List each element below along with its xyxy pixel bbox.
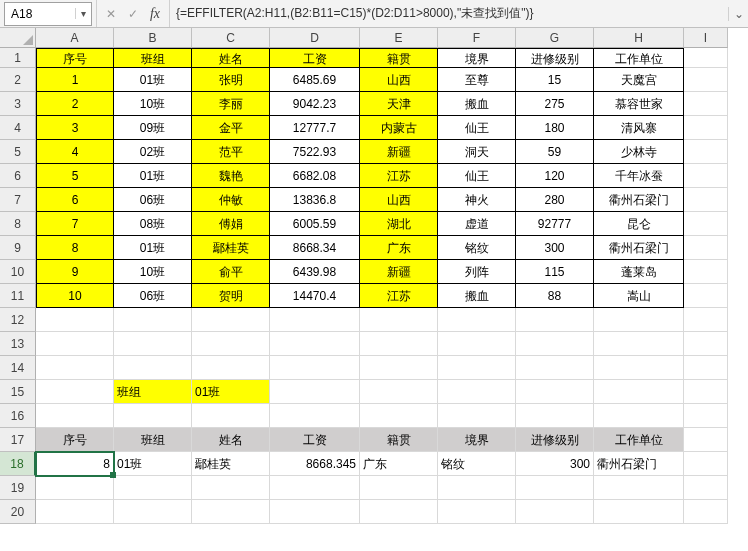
cell[interactable] xyxy=(594,308,684,332)
cell[interactable] xyxy=(114,356,192,380)
column-header[interactable]: H xyxy=(594,28,684,48)
cell[interactable] xyxy=(36,308,114,332)
cell[interactable]: 09班 xyxy=(114,116,192,140)
column-header[interactable]: F xyxy=(438,28,516,48)
cell[interactable]: 92777 xyxy=(516,212,594,236)
name-box-input[interactable] xyxy=(5,5,75,23)
cell[interactable] xyxy=(684,188,728,212)
cell[interactable]: 序号 xyxy=(36,48,114,68)
cell[interactable]: 天津 xyxy=(360,92,438,116)
row-header[interactable]: 4 xyxy=(0,116,36,140)
cell[interactable]: 姓名 xyxy=(192,48,270,68)
cell[interactable] xyxy=(684,308,728,332)
cell[interactable]: 工作单位 xyxy=(594,428,684,452)
cell[interactable] xyxy=(438,308,516,332)
cell[interactable]: 鄢桂英 xyxy=(192,452,270,476)
row-header[interactable]: 12 xyxy=(0,308,36,332)
cell[interactable]: 6 xyxy=(36,188,114,212)
formula-expand-icon[interactable]: ⌄ xyxy=(728,7,748,21)
cell[interactable]: 慕容世家 xyxy=(594,92,684,116)
cell[interactable] xyxy=(684,68,728,92)
cell[interactable] xyxy=(594,404,684,428)
cell[interactable]: 3 xyxy=(36,116,114,140)
cell[interactable] xyxy=(438,332,516,356)
row-header[interactable]: 11 xyxy=(0,284,36,308)
cell[interactable]: 6485.69 xyxy=(270,68,360,92)
cell[interactable]: 天魔宫 xyxy=(594,68,684,92)
cell[interactable]: 魏艳 xyxy=(192,164,270,188)
cell[interactable]: 10 xyxy=(36,284,114,308)
row-header[interactable]: 2 xyxy=(0,68,36,92)
cell[interactable]: 山西 xyxy=(360,188,438,212)
row-header[interactable]: 10 xyxy=(0,260,36,284)
cell[interactable] xyxy=(360,500,438,524)
cell[interactable]: 10班 xyxy=(114,92,192,116)
cell[interactable] xyxy=(192,404,270,428)
cell[interactable] xyxy=(360,380,438,404)
cell[interactable]: 衢州石梁门 xyxy=(594,236,684,260)
cell[interactable]: 59 xyxy=(516,140,594,164)
cell[interactable]: 工资 xyxy=(270,48,360,68)
cell[interactable]: 班组 xyxy=(114,428,192,452)
row-header[interactable]: 19 xyxy=(0,476,36,500)
cell[interactable]: 搬血 xyxy=(438,284,516,308)
cell[interactable] xyxy=(684,92,728,116)
cell[interactable]: 2 xyxy=(36,92,114,116)
cell[interactable]: 6439.98 xyxy=(270,260,360,284)
cell[interactable]: 千年冰蚕 xyxy=(594,164,684,188)
cell[interactable]: 8 xyxy=(36,236,114,260)
cell[interactable]: 蓬莱岛 xyxy=(594,260,684,284)
cell[interactable]: 120 xyxy=(516,164,594,188)
row-header[interactable]: 18 xyxy=(0,452,36,476)
cell[interactable] xyxy=(684,380,728,404)
row-header[interactable]: 17 xyxy=(0,428,36,452)
cell[interactable]: 8668.34 xyxy=(270,236,360,260)
cell[interactable]: 少林寺 xyxy=(594,140,684,164)
cell[interactable]: 01班 xyxy=(114,236,192,260)
column-header[interactable]: C xyxy=(192,28,270,48)
cell[interactable] xyxy=(360,476,438,500)
cell[interactable]: 02班 xyxy=(114,140,192,164)
fx-icon[interactable]: fx xyxy=(145,6,165,22)
cell[interactable]: 01班 xyxy=(114,452,192,476)
cell[interactable]: 衢州石梁门 xyxy=(594,188,684,212)
cell[interactable] xyxy=(684,428,728,452)
cell[interactable]: 傅娟 xyxy=(192,212,270,236)
cell[interactable] xyxy=(594,500,684,524)
cell[interactable] xyxy=(360,356,438,380)
cell[interactable] xyxy=(438,380,516,404)
cell[interactable]: 铭纹 xyxy=(438,452,516,476)
cell[interactable]: 300 xyxy=(516,452,594,476)
cell[interactable] xyxy=(684,260,728,284)
cell[interactable]: 湖北 xyxy=(360,212,438,236)
cell[interactable] xyxy=(516,308,594,332)
cell[interactable]: 06班 xyxy=(114,188,192,212)
cell[interactable] xyxy=(36,500,114,524)
cell[interactable]: 280 xyxy=(516,188,594,212)
cell[interactable]: 内蒙古 xyxy=(360,116,438,140)
cell[interactable]: 铭纹 xyxy=(438,236,516,260)
row-header[interactable]: 9 xyxy=(0,236,36,260)
cell[interactable]: 新疆 xyxy=(360,140,438,164)
cell[interactable]: 至尊 xyxy=(438,68,516,92)
cell[interactable] xyxy=(684,212,728,236)
cell[interactable] xyxy=(516,332,594,356)
cell[interactable]: 12777.7 xyxy=(270,116,360,140)
cell[interactable]: 13836.8 xyxy=(270,188,360,212)
cell[interactable]: 8 xyxy=(36,452,114,476)
cell[interactable]: 14470.4 xyxy=(270,284,360,308)
cell[interactable] xyxy=(594,332,684,356)
column-header[interactable]: I xyxy=(684,28,728,48)
cell[interactable]: 籍贯 xyxy=(360,428,438,452)
select-all-corner[interactable] xyxy=(0,28,36,48)
cell[interactable]: 清风寨 xyxy=(594,116,684,140)
cell[interactable] xyxy=(516,476,594,500)
cell[interactable]: 9042.23 xyxy=(270,92,360,116)
cell[interactable] xyxy=(684,476,728,500)
cell[interactable]: 嵩山 xyxy=(594,284,684,308)
cell[interactable]: 7 xyxy=(36,212,114,236)
cell[interactable]: 10班 xyxy=(114,260,192,284)
cancel-icon[interactable]: ✕ xyxy=(101,7,121,21)
cell[interactable]: 李丽 xyxy=(192,92,270,116)
formula-bar[interactable]: {=EFFILTER(A2:H11,(B2:B11=C15)*(D2:D11>8… xyxy=(170,3,728,24)
